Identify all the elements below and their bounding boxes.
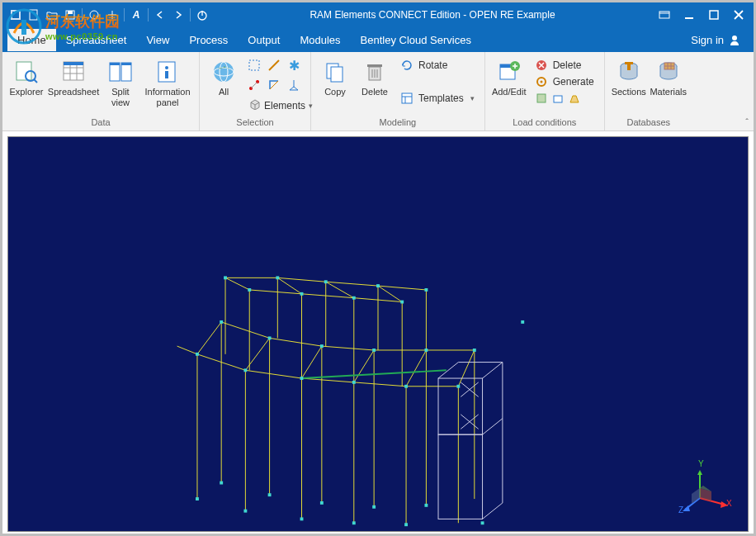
quick-access-toolbar: A [2,8,215,21]
select-frame-icon[interactable] [266,77,282,93]
redo-icon[interactable] [172,8,185,21]
svg-rect-121 [196,353,199,356]
tab-modules[interactable]: Modules [290,29,350,51]
explorer-button[interactable]: Explorer [7,55,45,101]
load-icon-2[interactable] [551,92,565,105]
select-all-button[interactable]: All [205,55,243,101]
svg-rect-133 [224,276,227,279]
tab-view[interactable]: View [136,29,179,51]
svg-rect-152 [424,504,428,507]
collapse-ribbon-icon[interactable]: ˆ [745,117,749,127]
info-panel-label: Information panel [144,87,190,107]
templates-icon [400,92,413,105]
axis-gizmo[interactable]: Y X Z [675,458,733,516]
svg-line-106 [302,294,354,298]
svg-line-91 [270,338,322,346]
save-icon[interactable] [64,8,77,21]
svg-rect-137 [324,280,328,283]
tab-home[interactable]: Home [7,29,56,51]
svg-rect-8 [659,12,669,18]
svg-rect-54 [554,96,562,102]
generate-button[interactable]: Generate [532,74,598,90]
elements-dropdown[interactable]: Elements ▾ [246,97,304,114]
tab-spreadsheet[interactable]: Spreadsheet [56,29,137,51]
user-icon [729,34,740,45]
ribbon-group-modeling: Copy Delete Rotate Templates ▾ Modeling [311,52,485,130]
tool-icon-1[interactable] [87,8,101,21]
spreadsheet-icon [60,59,87,85]
load-icon-1[interactable] [535,92,548,105]
select-support-icon[interactable] [286,77,302,93]
tab-cloud-services[interactable]: Bentley Cloud Services [351,29,481,51]
tab-output[interactable]: Output [238,29,290,51]
svg-rect-150 [372,505,376,509]
tool-icon-2[interactable] [106,8,119,21]
svg-line-87 [302,378,354,382]
svg-point-52 [540,81,542,83]
delete-label: Delete [361,87,388,97]
selection-tools-grid: ✱ Elements ▾ [244,55,305,116]
sections-icon [616,59,642,85]
ribbon-display-icon[interactable] [653,5,676,25]
spreadsheet-label: Spreadsheet [48,87,99,97]
materials-button[interactable]: Materials [650,55,687,101]
select-node-icon[interactable] [246,77,262,93]
maximize-icon[interactable] [702,5,725,25]
trash-icon [361,59,388,85]
rotate-button[interactable]: Rotate [397,57,478,74]
svg-rect-126 [320,344,324,348]
load-icon-3[interactable] [568,92,581,105]
format-icon[interactable]: A [130,8,143,21]
sign-in-button[interactable]: Sign in [683,31,749,50]
close-icon[interactable] [727,5,750,25]
power-icon[interactable] [196,8,209,21]
svg-line-36 [251,82,258,88]
svg-rect-22 [110,63,120,81]
svg-rect-123 [243,368,247,372]
axis-y-label: Y [698,459,704,468]
minimize-icon[interactable] [678,5,701,25]
add-edit-icon [496,59,522,85]
add-edit-button[interactable]: Add/Edit [490,55,528,101]
select-line-icon[interactable] [266,57,282,74]
svg-rect-139 [376,284,380,287]
svg-rect-148 [320,501,324,505]
model-viewport[interactable]: Y X Z [7,136,749,532]
undo-icon[interactable] [154,8,167,21]
svg-rect-125 [300,377,304,380]
copy-button[interactable]: Copy [316,55,354,101]
loads-row-list: Delete Generate [530,55,599,108]
svg-rect-138 [352,296,356,300]
svg-line-110 [326,282,354,297]
svg-rect-25 [121,63,131,65]
select-box-icon[interactable] [246,57,262,74]
axis-x-label: X [726,499,732,508]
svg-point-5 [90,11,98,19]
svg-rect-28 [165,71,168,78]
group-label-loads: Load conditions [490,116,599,129]
svg-line-86 [245,370,301,378]
svg-rect-57 [627,62,631,70]
svg-rect-2 [30,10,37,20]
info-panel-button[interactable]: Information panel [141,55,194,111]
svg-rect-135 [276,276,279,279]
svg-rect-38 [331,67,343,82]
templates-button[interactable]: Templates ▾ [397,90,478,107]
sign-in-label: Sign in [691,34,724,46]
svg-line-95 [197,322,221,354]
delete-button[interactable]: Delete [356,55,394,101]
spreadsheet-button[interactable]: Spreadsheet [47,55,100,101]
ribbon-group-data: Explorer Spreadsheet Split view Informat… [2,52,200,130]
open-icon[interactable] [45,8,59,21]
svg-line-115 [483,363,503,378]
new-icon[interactable] [27,8,40,21]
tab-process[interactable]: Process [179,29,238,51]
split-view-button[interactable]: Split view [102,55,139,111]
templates-label: Templates [418,92,464,104]
loads-delete-button[interactable]: Delete [532,57,598,74]
sections-button[interactable]: Sections [610,55,648,101]
app-icon[interactable] [9,8,22,21]
svg-point-27 [165,66,168,69]
svg-line-103 [326,282,378,286]
select-spark-icon[interactable]: ✱ [286,57,302,74]
